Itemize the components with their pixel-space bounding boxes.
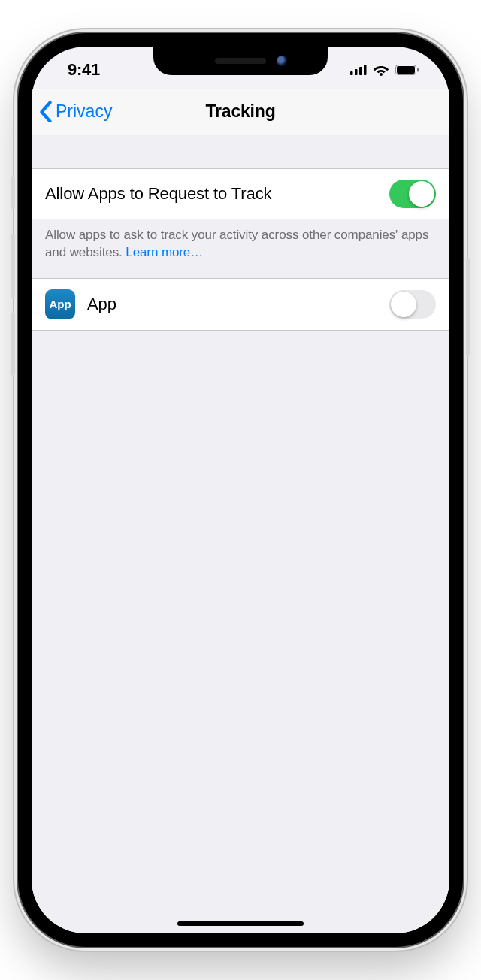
chevron-left-icon <box>39 101 53 122</box>
svg-rect-6 <box>397 66 415 74</box>
speaker <box>215 58 266 64</box>
page-title: Tracking <box>206 101 276 122</box>
front-camera <box>277 56 287 66</box>
app-name: App <box>87 295 389 314</box>
screen: 9:41 <box>32 47 449 933</box>
app-list: AppApp <box>32 278 449 331</box>
volume-up-button <box>11 234 15 298</box>
status-time: 9:41 <box>57 56 100 80</box>
allow-apps-to-track-toggle[interactable] <box>389 180 436 208</box>
learn-more-link[interactable]: Learn more… <box>126 245 203 259</box>
section-footer: Allow apps to ask to track your activity… <box>32 219 449 278</box>
app-row[interactable]: AppApp <box>32 278 449 331</box>
power-button <box>466 259 470 356</box>
volume-down-button <box>11 313 15 376</box>
wifi-icon <box>373 64 389 76</box>
footer-copy: Allow apps to ask to track your activity… <box>45 228 428 259</box>
svg-rect-0 <box>350 71 353 75</box>
svg-rect-2 <box>359 67 362 75</box>
svg-rect-1 <box>355 69 358 75</box>
status-icons <box>350 59 424 76</box>
app-icon: App <box>45 289 75 319</box>
back-button[interactable]: Privacy <box>39 89 112 135</box>
device-frame: 9:41 <box>18 33 463 947</box>
home-indicator[interactable] <box>177 921 304 926</box>
content: Allow Apps to Request to Track Allow app… <box>32 135 449 933</box>
svg-point-4 <box>380 73 383 76</box>
silence-switch <box>11 176 15 209</box>
svg-rect-7 <box>417 68 419 72</box>
allow-apps-to-track-label: Allow Apps to Request to Track <box>45 184 389 204</box>
svg-rect-3 <box>364 65 367 75</box>
notch <box>153 47 328 75</box>
app-tracking-toggle[interactable] <box>389 290 436 319</box>
back-label: Privacy <box>56 101 112 122</box>
cellular-icon <box>350 65 367 75</box>
allow-apps-to-track-row[interactable]: Allow Apps to Request to Track <box>32 168 449 219</box>
battery-icon <box>395 65 419 75</box>
nav-bar: Privacy Tracking <box>32 89 449 135</box>
